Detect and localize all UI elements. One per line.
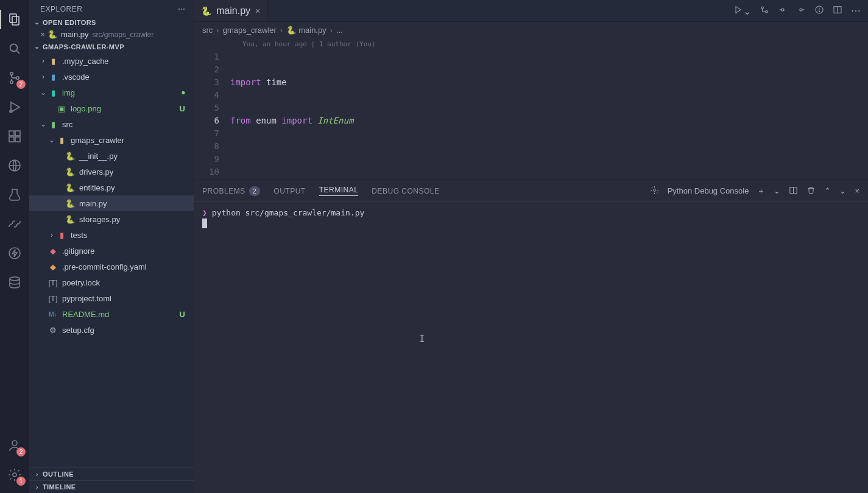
svg-rect-10 xyxy=(15,131,20,136)
sidebar-more-icon[interactable]: ⋯ xyxy=(178,5,186,13)
source-control-view-icon[interactable]: 2 xyxy=(0,63,29,93)
next-change-icon[interactable] xyxy=(796,5,806,17)
tree-file-main[interactable]: 🐍 main.py xyxy=(29,195,194,211)
tree-file-logo[interactable]: ▣ logo.png U xyxy=(29,100,194,116)
editor-tab-main[interactable]: 🐍 main.py × xyxy=(194,0,268,21)
settings-badge: 1 xyxy=(16,477,26,486)
settings-gear-icon[interactable]: 1 xyxy=(0,460,29,489)
text-file-icon: [T] xyxy=(48,293,58,304)
svg-point-19 xyxy=(13,473,16,477)
database-view-icon[interactable] xyxy=(0,268,29,297)
file-action-icon[interactable] xyxy=(814,5,824,17)
tree-file[interactable]: 🐍 entities.py xyxy=(29,180,194,195)
outline-section[interactable]: › OUTLINE xyxy=(29,467,194,480)
terminal-cursor xyxy=(202,219,207,228)
terminal-profile-label[interactable]: Python Debug Console xyxy=(668,186,749,195)
python-file-icon: 🐍 xyxy=(65,150,76,161)
more-actions-icon[interactable]: ⋯ xyxy=(851,5,861,16)
split-terminal-icon[interactable] xyxy=(789,186,798,197)
svg-point-15 xyxy=(9,248,20,259)
panel-tab-debug-console[interactable]: DEBUG CONSOLE xyxy=(372,187,439,195)
kill-terminal-icon[interactable] xyxy=(806,186,816,197)
remote-explorer-icon[interactable] xyxy=(0,151,29,180)
explorer-view-icon[interactable] xyxy=(0,5,29,34)
breadcrumbs[interactable]: src › gmaps_crawler › 🐍 main.py › ... xyxy=(194,22,868,38)
line-gutter: 1 2 3 4 5 6 7 8 9 10 xyxy=(194,51,230,180)
open-editor-item[interactable]: × 🐍 main.py src/gmaps_crawler xyxy=(29,29,194,40)
panel-tab-output[interactable]: OUTPUT xyxy=(273,187,305,195)
svg-point-5 xyxy=(10,81,13,83)
panel-chevron-up-icon[interactable]: ⌃ xyxy=(824,186,831,195)
close-tab-icon[interactable]: × xyxy=(255,6,260,16)
panel-tab-problems[interactable]: PROBLEMS 2 xyxy=(202,186,260,196)
file-tree: › ▮ .mypy_cache › ▮ .vscode ⌄ ▮ img • ▣ … xyxy=(29,53,194,467)
run-dropdown-icon[interactable]: ⌄ xyxy=(733,5,751,17)
chevron-down-icon: ⌄ xyxy=(33,43,41,51)
extensions-view-icon[interactable] xyxy=(0,122,29,151)
panel-chevron-down-icon[interactable]: ⌄ xyxy=(839,186,846,195)
tree-file[interactable]: ⚙ setup.cfg xyxy=(29,322,194,338)
tree-folder[interactable]: › ▮ .vscode xyxy=(29,69,194,85)
tree-file[interactable]: [T] pyproject.toml xyxy=(29,290,194,306)
close-editor-icon[interactable]: × xyxy=(38,30,48,39)
tree-file[interactable]: 🐍 drivers.py xyxy=(29,164,194,180)
source-control-badge: 2 xyxy=(16,80,26,89)
chevron-right-icon: › xyxy=(39,57,48,65)
tree-folder-tests[interactable]: › ▮ tests xyxy=(29,227,194,243)
accounts-icon[interactable]: 2 xyxy=(0,431,29,460)
project-section[interactable]: ⌄ GMAPS-CRAWLER-MVP xyxy=(29,40,194,53)
testing-view-icon[interactable] xyxy=(0,180,29,209)
folder-icon: ▮ xyxy=(48,87,58,98)
svg-point-21 xyxy=(761,7,763,9)
python-file-icon: 🐍 xyxy=(65,182,76,193)
open-editors-section[interactable]: ⌄ OPEN EDITORS xyxy=(29,16,194,29)
timeline-section[interactable]: › TIMELINE xyxy=(29,480,194,493)
api-view-icon[interactable] xyxy=(0,209,29,239)
tree-folder-src[interactable]: ⌄ ▮ src xyxy=(29,116,194,132)
chevron-right-icon: › xyxy=(33,483,41,491)
tree-file[interactable]: ◆ .pre-commit-config.yaml xyxy=(29,259,194,274)
text-cursor-icon: I xyxy=(419,333,425,344)
sidebar-title: EXPLORER xyxy=(40,5,82,13)
debug-console-icon[interactable] xyxy=(650,186,659,197)
git-compare-icon[interactable] xyxy=(760,5,769,17)
tree-file[interactable]: 🐍 __init__.py xyxy=(29,148,194,164)
python-file-icon: 🐍 xyxy=(48,30,57,39)
explorer-sidebar: EXPLORER ⋯ ⌄ OPEN EDITORS × 🐍 main.py sr… xyxy=(29,0,194,493)
split-editor-icon[interactable] xyxy=(833,5,842,17)
run-debug-view-icon[interactable] xyxy=(0,93,29,122)
tree-folder-gmaps[interactable]: ⌄ ▮ gmaps_crawler xyxy=(29,132,194,148)
tree-file[interactable]: 🐍 storages.py xyxy=(29,211,194,227)
code-content[interactable]: import time from enum import IntEnum fro… xyxy=(230,51,868,180)
folder-icon: ▮ xyxy=(56,135,67,145)
folder-icon: ▮ xyxy=(56,229,67,240)
svg-point-17 xyxy=(10,277,19,281)
vscode-folder-icon: ▮ xyxy=(48,71,58,82)
problems-count: 2 xyxy=(249,186,261,196)
tree-file-readme[interactable]: M↓ README.md U xyxy=(29,306,194,322)
tree-file[interactable]: ◆ .gitignore xyxy=(29,243,194,259)
close-panel-icon[interactable]: × xyxy=(855,186,859,195)
prev-change-icon[interactable] xyxy=(778,5,788,17)
tree-folder[interactable]: › ▮ .mypy_cache xyxy=(29,53,194,69)
chevron-right-icon: › xyxy=(48,231,56,239)
terminal[interactable]: ❯ python src/gmaps_crawler/main.py I xyxy=(194,202,868,493)
git-file-icon: ◆ xyxy=(48,245,58,256)
python-file-icon: 🐍 xyxy=(286,26,296,35)
search-view-icon[interactable] xyxy=(0,34,29,63)
chevron-right-icon: › xyxy=(33,470,41,478)
git-codelens[interactable]: You, an hour ago | 1 author (You) xyxy=(194,38,868,51)
svg-point-6 xyxy=(16,77,19,79)
code-editor[interactable]: 1 2 3 4 5 6 7 8 9 10 import time from en… xyxy=(194,51,868,180)
gear-file-icon: ⚙ xyxy=(48,324,58,335)
folder-icon: ▮ xyxy=(48,55,58,66)
svg-marker-20 xyxy=(736,6,741,13)
panel-tab-terminal[interactable]: TERMINAL xyxy=(319,186,359,196)
activity-bar: 2 2 1 xyxy=(0,0,29,493)
thunder-view-icon[interactable] xyxy=(0,239,29,268)
tree-folder-img[interactable]: ⌄ ▮ img • xyxy=(29,85,194,100)
terminal-dropdown-icon[interactable]: ⌄ xyxy=(774,186,780,195)
new-terminal-icon[interactable]: ＋ xyxy=(757,186,765,197)
tree-file[interactable]: [T] poetry.lock xyxy=(29,274,194,290)
svg-rect-0 xyxy=(10,14,16,23)
